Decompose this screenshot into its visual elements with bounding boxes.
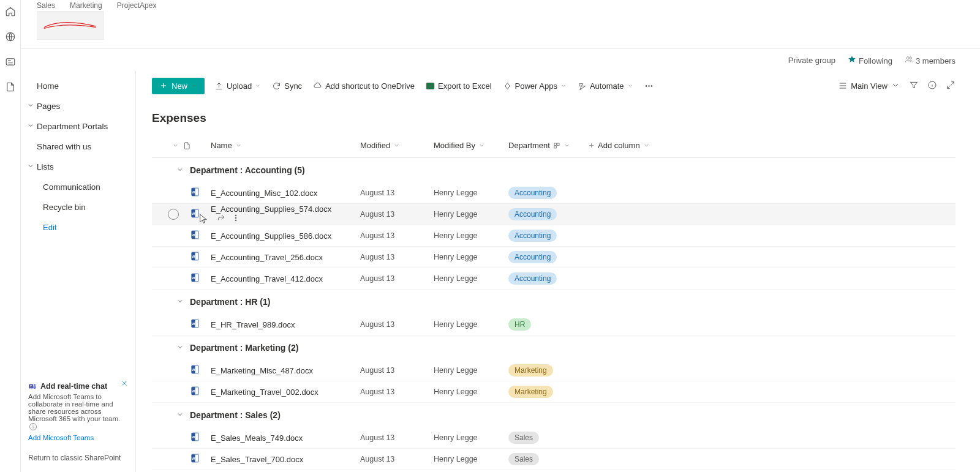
name-column-header[interactable]: Name [207, 141, 360, 150]
share-icon[interactable] [217, 214, 225, 222]
svg-text:W: W [191, 389, 195, 393]
following-toggle[interactable]: Following [848, 55, 892, 66]
nav-pages[interactable]: Pages [21, 96, 135, 116]
table-row[interactable]: WE_Accounting_Supplies_574.docxAugust 13… [152, 204, 956, 225]
more-actions[interactable] [643, 79, 655, 93]
svg-rect-15 [557, 143, 559, 146]
more-icon[interactable] [232, 214, 240, 222]
automate-button[interactable]: Automate [576, 79, 635, 93]
classic-sharepoint-link[interactable]: Return to classic SharePoint [28, 454, 121, 462]
group-header[interactable]: Department : Accounting (5) [152, 158, 956, 182]
file-name[interactable]: E_Marketing_Misc_487.docx [211, 366, 313, 375]
nav-department-portals[interactable]: Department Portals [21, 116, 135, 137]
table-row[interactable]: WE_Marketing_Misc_487.docxAugust 13Henry… [152, 360, 956, 381]
chevron-down-icon[interactable] [176, 297, 184, 307]
site-logo[interactable] [37, 11, 104, 40]
modified-column-header[interactable]: Modified [360, 141, 434, 150]
svg-text:X: X [429, 84, 432, 88]
power-apps-button[interactable]: Power Apps [502, 79, 568, 93]
info-icon[interactable]: i [29, 423, 37, 430]
info-button[interactable] [927, 80, 937, 92]
file-name[interactable]: E_HR_Travel_989.docx [211, 320, 295, 329]
info-icon [927, 80, 937, 90]
svg-point-28 [235, 220, 236, 221]
rail-news-icon[interactable] [5, 56, 16, 69]
table-row[interactable]: WE_Sales_Meals_749.docxAugust 13Henry Le… [152, 427, 956, 449]
new-button[interactable]: New [152, 78, 205, 94]
group-header[interactable]: Department : Marketing (2) [152, 335, 956, 360]
file-name[interactable]: E_Accounting_Travel_412.docx [211, 274, 323, 283]
chevron-down-icon[interactable] [176, 410, 184, 420]
table-row[interactable]: WE_Accounting_Misc_102.docxAugust 13Henr… [152, 182, 956, 204]
close-icon[interactable] [121, 380, 128, 388]
chevron-down-icon[interactable] [176, 165, 184, 175]
promo-body: Add Microsoft Teams to collaborate in re… [28, 393, 120, 422]
file-name[interactable]: E_Marketing_Travel_002.docx [211, 388, 318, 397]
nav-lists[interactable]: Lists [21, 157, 135, 177]
chevron-down-icon[interactable] [176, 343, 184, 353]
add-teams-link[interactable]: Add Microsoft Teams [28, 434, 128, 441]
upload-button[interactable]: Upload [213, 79, 262, 93]
modified-by: Henry Legge [434, 231, 508, 240]
filter-button[interactable] [909, 80, 919, 92]
command-bar: New Upload Sync Add shortcut to OneDrive… [152, 73, 956, 98]
nav-home[interactable]: Home [21, 76, 135, 96]
table-row[interactable]: WE_Accounting_Travel_256.docxAugust 13He… [152, 247, 956, 268]
list-area: Name Modified Modified By Department Add… [152, 133, 956, 472]
rail-globe-icon[interactable] [5, 31, 16, 44]
svg-point-6 [34, 384, 36, 386]
select-circle[interactable] [168, 209, 179, 220]
select-all-column[interactable] [152, 142, 183, 149]
nav-edit-link[interactable]: Edit [21, 217, 135, 238]
svg-text:W: W [191, 276, 195, 280]
table-row[interactable]: WE_HR_Travel_989.docxAugust 13Henry Legg… [152, 314, 956, 335]
teams-promo: TAdd real-time chat Add Microsoft Teams … [26, 380, 130, 444]
department-tag: Accounting [508, 251, 557, 263]
table-row[interactable]: WE_Marketing_Travel_002.docxAugust 13Hen… [152, 381, 956, 403]
file-name[interactable]: E_Accounting_Travel_256.docx [211, 253, 323, 262]
header-tab-marketing[interactable]: Marketing [70, 1, 102, 10]
modified-by-column-header[interactable]: Modified By [434, 141, 508, 150]
add-column-button[interactable]: Add column [588, 141, 674, 150]
expand-button[interactable] [946, 80, 956, 92]
sync-button[interactable]: Sync [271, 79, 303, 93]
file-name[interactable]: E_Sales_Travel_700.docx [211, 455, 303, 464]
header-tab-sales[interactable]: Sales [37, 1, 55, 10]
file-type-icon: W [183, 230, 207, 242]
modified-date: August 13 [360, 455, 434, 463]
svg-point-27 [235, 217, 236, 219]
upload-icon [214, 81, 224, 91]
rail-files-icon[interactable] [5, 81, 16, 94]
file-name[interactable]: E_Accounting_Supplies_586.docx [211, 231, 331, 241]
nav-shared-with-us[interactable]: Shared with us [21, 137, 135, 157]
nav-communication[interactable]: Communication [21, 177, 135, 197]
table-row[interactable]: WE_Sales_Travel_700.docxAugust 13Henry L… [152, 449, 956, 470]
file-name[interactable]: E_Accounting_Supplies_574.docx [211, 204, 331, 214]
rail-home-icon[interactable] [5, 6, 16, 19]
filter-icon [909, 80, 919, 90]
file-name[interactable]: E_Sales_Meals_749.docx [211, 433, 303, 443]
group-header[interactable]: Department : Sales (2) [152, 403, 956, 427]
nav-recycle-bin[interactable]: Recycle bin [21, 197, 135, 217]
svg-point-3 [910, 57, 912, 59]
members-link[interactable]: 3 members [905, 55, 956, 66]
add-shortcut-button[interactable]: Add shortcut to OneDrive [312, 79, 416, 93]
header-tab-projectapex[interactable]: ProjectApex [117, 1, 157, 10]
teams-icon: T [28, 382, 37, 391]
group-header[interactable]: Department : HR (1) [152, 290, 956, 314]
modified-date: August 13 [360, 189, 434, 197]
view-selector[interactable]: Main View [838, 80, 900, 92]
chevron-down-icon [560, 81, 567, 91]
group-privacy: Private group [788, 56, 835, 65]
chevron-down-icon [627, 81, 633, 91]
department-column-header[interactable]: Department [508, 141, 588, 150]
department-tag: Accounting [508, 187, 557, 199]
page-title: Expenses [152, 111, 206, 125]
file-name[interactable]: E_Accounting_Misc_102.docx [211, 189, 317, 198]
table-row[interactable]: WE_Accounting_Supplies_586.docxAugust 13… [152, 225, 956, 247]
table-row[interactable]: WE_Accounting_Travel_412.docxAugust 13He… [152, 268, 956, 290]
export-excel-button[interactable]: XExport to Excel [424, 79, 492, 93]
type-icon-column[interactable] [183, 141, 207, 150]
file-type-icon: W [183, 318, 207, 331]
header-divider [21, 48, 980, 49]
